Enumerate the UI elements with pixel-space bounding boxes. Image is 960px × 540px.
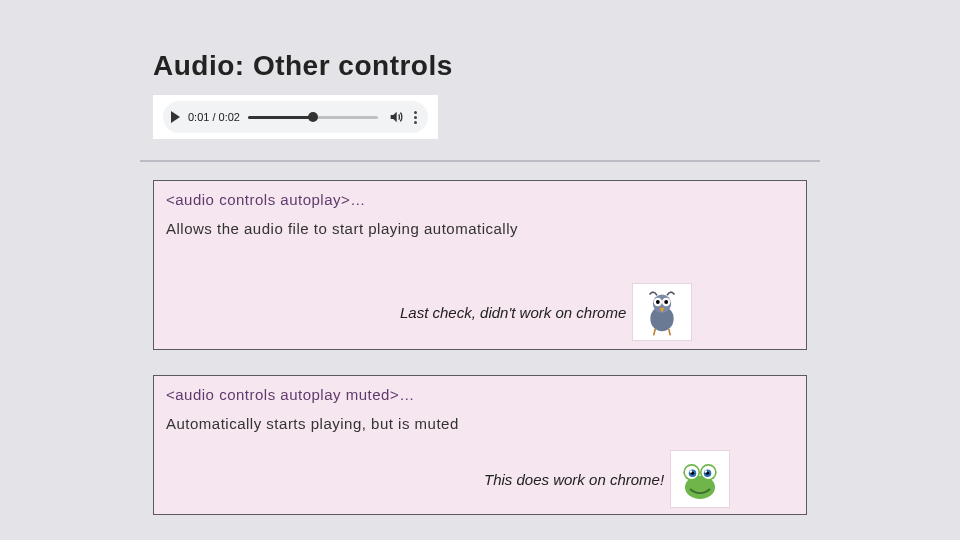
note-row: Last check, didn't work on chrome bbox=[400, 283, 692, 341]
note-row: This does work on chrome! bbox=[484, 450, 730, 508]
example-panel-autoplay: <audio controls autoplay>… Allows the au… bbox=[153, 180, 807, 350]
compat-note: This does work on chrome! bbox=[484, 471, 664, 488]
volume-icon bbox=[388, 109, 404, 125]
audio-player[interactable]: 0:01 / 0:02 bbox=[153, 95, 438, 139]
svg-point-19 bbox=[705, 470, 708, 473]
kebab-menu-icon[interactable] bbox=[410, 109, 420, 125]
code-description: Allows the audio file to start playing a… bbox=[166, 220, 794, 237]
frog-illustration bbox=[670, 450, 730, 508]
example-panel-autoplay-muted: <audio controls autoplay muted>… Automat… bbox=[153, 375, 807, 515]
svg-point-4 bbox=[656, 300, 660, 304]
svg-line-8 bbox=[669, 329, 671, 336]
slide: Audio: Other controls 0:01 / 0:02 bbox=[0, 0, 960, 540]
play-icon[interactable] bbox=[171, 111, 180, 123]
code-snippet: <audio controls autoplay>… bbox=[166, 191, 794, 208]
bird-illustration bbox=[632, 283, 692, 341]
audio-seek-track[interactable] bbox=[248, 116, 378, 119]
audio-time: 0:01 / 0:02 bbox=[188, 111, 240, 123]
audio-seek-fill bbox=[248, 116, 313, 119]
slide-title: Audio: Other controls bbox=[153, 50, 453, 82]
volume-button[interactable] bbox=[388, 109, 404, 125]
svg-line-7 bbox=[654, 329, 656, 336]
svg-point-5 bbox=[665, 300, 669, 304]
code-snippet: <audio controls autoplay muted>… bbox=[166, 386, 794, 403]
divider bbox=[140, 160, 820, 162]
code-description: Automatically starts playing, but is mut… bbox=[166, 415, 794, 432]
compat-note: Last check, didn't work on chrome bbox=[400, 304, 626, 321]
audio-player-pill: 0:01 / 0:02 bbox=[163, 101, 428, 133]
svg-point-18 bbox=[690, 470, 693, 473]
audio-seek-thumb[interactable] bbox=[308, 112, 318, 122]
